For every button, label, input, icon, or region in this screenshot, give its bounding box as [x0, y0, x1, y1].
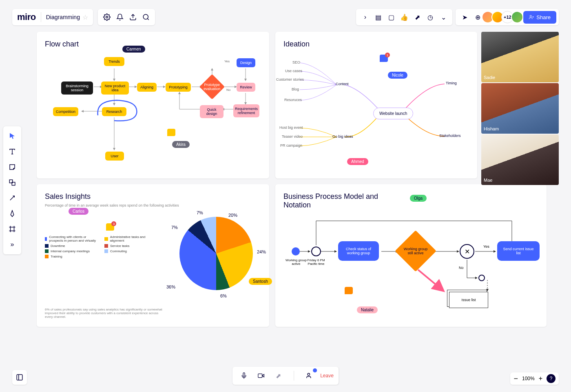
sticky-tool[interactable] [5, 160, 20, 174]
user-add-icon[interactable] [303, 369, 316, 382]
video-thumbnail[interactable]: Hisham [481, 83, 559, 134]
node-prototyping[interactable]: Prototyping [166, 83, 191, 92]
export-icon[interactable] [126, 11, 139, 24]
frame-flowchart[interactable]: Flow chart Trends Brainstorming session … [37, 32, 269, 178]
avatar[interactable] [511, 11, 523, 23]
activity-icon[interactable]: ⬈ [411, 11, 424, 24]
node-aligning[interactable]: Aligning [137, 83, 157, 92]
mindmap-center[interactable]: Website launch [373, 108, 413, 119]
edge-no: No [459, 266, 464, 270]
bpmn-end-event[interactable] [478, 275, 485, 281]
node-proto-eval[interactable]: Prototype evaluation [199, 74, 225, 99]
pie-pct-36: 36% [166, 284, 175, 289]
leaf-pr[interactable]: PR campaign [280, 143, 302, 148]
board-info-group: miro Diagramming ☆ [12, 9, 93, 25]
branch-content[interactable]: Content [336, 82, 349, 86]
svg-marker-40 [262, 374, 264, 377]
bpmn-timer-event[interactable] [311, 247, 321, 256]
canvas[interactable]: Flow chart Trends Brainstorming session … [37, 32, 559, 368]
frame-title: Business Process Model and Notation [283, 192, 390, 209]
bpmn-intermediate-event[interactable]: ✕ [460, 244, 474, 259]
comment-icon[interactable]: 1 [380, 55, 388, 62]
zoom-out[interactable]: − [513, 374, 518, 383]
cursor-ahmed: Ahmed [347, 158, 368, 165]
node-trends[interactable]: Trends [104, 57, 124, 66]
frame-ideation[interactable]: Ideation Website launch Content Go big i… [275, 32, 477, 178]
present-icon[interactable]: ▢ [385, 11, 398, 24]
zoom-in[interactable]: + [539, 375, 542, 382]
comment-icon[interactable]: 3 [106, 223, 114, 231]
avatar-group[interactable]: +12 [484, 11, 523, 23]
screenshare-icon[interactable]: ⬈ [272, 369, 285, 382]
node-brainstorm[interactable]: Brainstorming session [61, 81, 93, 95]
leave-button[interactable]: Leave [320, 373, 334, 379]
leaf-resources[interactable]: Resoruces [284, 98, 302, 102]
board-name[interactable]: Diagramming [46, 14, 80, 20]
frame-tool[interactable] [5, 222, 20, 236]
node-review[interactable]: Review [237, 83, 255, 92]
frame-title: Sales Insights [45, 192, 261, 201]
leaf-use-cases[interactable]: Use cases [285, 69, 302, 73]
svg-point-4 [530, 15, 532, 17]
video-thumbnail[interactable]: Mae [481, 134, 559, 185]
bpmn-task-send[interactable]: Send current issue list [497, 241, 540, 261]
frames-panel-toggle[interactable] [12, 370, 27, 385]
frame-sales[interactable]: Sales Insights Percentage of time in an … [37, 184, 269, 327]
node-user[interactable]: User [105, 152, 124, 161]
help-icon[interactable]: ? [547, 374, 556, 383]
pie-pct-20: 20% [228, 213, 237, 218]
node-req-refine[interactable]: Requirements refinement [233, 104, 259, 117]
comment-icon[interactable] [167, 129, 175, 136]
more-tools[interactable]: » [5, 237, 20, 252]
leaf-customer-stories[interactable]: Customer stories [276, 77, 304, 81]
share-button[interactable]: Share [523, 11, 556, 24]
settings-icon[interactable] [100, 11, 113, 24]
leaf-seo[interactable]: SEO [292, 60, 300, 64]
bpmn-task-check[interactable]: Check status of working group [338, 241, 379, 261]
comment-icon[interactable] [345, 287, 353, 294]
pen-tool[interactable] [5, 206, 20, 221]
pie-pct-24: 24% [257, 249, 266, 254]
text-tool[interactable] [5, 144, 20, 159]
node-competition[interactable]: Competition [53, 107, 78, 116]
node-research[interactable]: Research [102, 107, 126, 116]
pie-chart[interactable] [179, 217, 253, 290]
bpmn-data-object[interactable]: Issue list [449, 292, 488, 308]
star-icon[interactable]: ☆ [82, 13, 88, 21]
bpmn-start-event[interactable] [292, 247, 300, 255]
video-thumbnail[interactable]: Sadie [481, 32, 559, 82]
call-controls: ⬈ Leave [232, 367, 339, 385]
leaf-blog[interactable]: Blog [292, 87, 299, 91]
mic-icon[interactable] [237, 369, 250, 382]
connector-tool[interactable] [5, 191, 20, 205]
frame-bpmn[interactable]: Business Process Model and Notation Work… [275, 184, 547, 327]
leaf-host-event[interactable]: Host big event [279, 126, 303, 130]
node-quick-design[interactable]: Quick design [200, 105, 224, 118]
chevron-icon[interactable]: › [359, 11, 372, 24]
logo: miro [17, 12, 36, 22]
zoom-level[interactable]: 100% [522, 376, 535, 381]
reactions-icon[interactable]: 👍 [398, 11, 411, 24]
node-design[interactable]: Design [237, 58, 255, 67]
notifications-icon[interactable] [113, 11, 126, 24]
select-tool[interactable] [5, 129, 20, 143]
pie-pct-7b: 7% [197, 210, 203, 215]
cursor-carlos: Carlos [69, 208, 89, 215]
more-icon[interactable]: ⌄ [437, 11, 450, 24]
timer-icon[interactable]: ◷ [424, 11, 437, 24]
search-icon[interactable] [139, 11, 153, 24]
node-npi[interactable]: New product idea [101, 81, 129, 95]
frame-footer: 6% of sales professionals say using sale… [45, 308, 167, 319]
shapes-tool[interactable] [5, 175, 20, 190]
cursor-santosh: Santosh [249, 278, 272, 285]
branch-timing[interactable]: Timing [446, 81, 457, 85]
notes-icon[interactable]: ▤ [372, 11, 385, 24]
branch-stakeholders[interactable]: Stakeholders [439, 134, 461, 138]
svg-point-2 [143, 14, 148, 19]
branch-gobig[interactable]: Go big ideas [332, 134, 353, 139]
bpmn-gateway[interactable]: Working group still active [395, 230, 436, 272]
camera-icon[interactable] [255, 369, 268, 382]
left-toolbar: » [3, 126, 21, 254]
cursor-icon[interactable]: ➤ [458, 11, 471, 24]
leaf-teaser[interactable]: Teaser video [282, 134, 303, 139]
